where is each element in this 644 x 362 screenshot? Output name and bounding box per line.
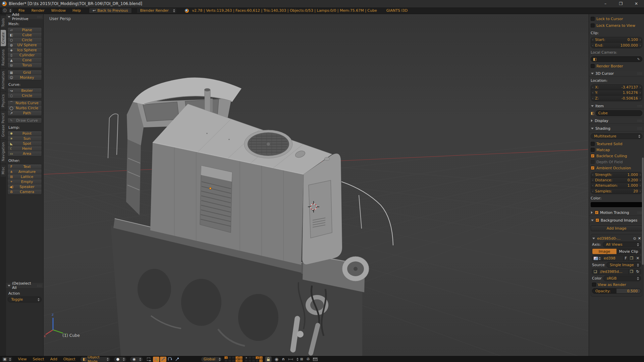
tool-button-cube[interactable]: ◧Cube xyxy=(8,33,42,38)
checkbox-icon[interactable] xyxy=(592,283,596,287)
tool-button-circle[interactable]: ◌Circle xyxy=(8,93,42,98)
motion-tracking-panel-header[interactable]: Motion Tracking xyxy=(589,210,644,216)
add-primitive-panel-header[interactable]: Add Primitive xyxy=(6,14,43,20)
layer-cell[interactable] xyxy=(239,359,243,362)
tool-button-torus[interactable]: ◎Torus xyxy=(8,63,42,68)
panel-drag-dots-icon[interactable] xyxy=(37,15,42,18)
number-field-end[interactable]: End:1000.000 xyxy=(591,43,642,48)
display-panel-header[interactable]: Display xyxy=(589,118,644,124)
snap-magnet-toggle[interactable]: ∩ xyxy=(282,357,285,361)
number-field-start[interactable]: Start:0.100 xyxy=(591,37,642,43)
local-camera-field[interactable]: ◧ ✎ xyxy=(591,56,642,62)
tool-button-path[interactable]: ↗Path xyxy=(8,111,42,116)
checkbox-icon[interactable] xyxy=(591,154,595,158)
editor-type-selector[interactable]: ⓘ xyxy=(2,8,12,13)
tool-button-sun[interactable]: ☀Sun xyxy=(8,136,42,141)
tool-button-cylinder[interactable]: ▯Cylinder xyxy=(8,53,42,58)
axis-select[interactable]: All Views xyxy=(603,242,641,247)
layer-cell[interactable] xyxy=(256,359,259,362)
tool-button-nurbs-circle[interactable]: ◯Nurbs Circle xyxy=(8,106,42,111)
layer-cell[interactable] xyxy=(224,356,228,359)
background-images-panel-header[interactable]: Background Images xyxy=(589,218,644,223)
checkbox-icon[interactable] xyxy=(591,166,595,170)
menu-add[interactable]: Add xyxy=(47,357,60,361)
tool-button-speaker[interactable]: ◀)Speaker xyxy=(8,184,42,189)
minimize-button[interactable]: – xyxy=(598,0,613,7)
tool-button-plane[interactable]: ▱Plane xyxy=(8,27,42,33)
image-browse-button[interactable] xyxy=(592,256,602,261)
layer-cell[interactable] xyxy=(232,356,235,359)
render-border-toggle[interactable]: Render Border xyxy=(591,63,642,69)
pack-image-icon[interactable]: ❏ xyxy=(592,269,599,274)
image-name-field[interactable]: ed398 xyxy=(602,256,624,261)
tool-button-point[interactable]: ✱Point xyxy=(8,131,42,136)
close-button[interactable]: ✕ xyxy=(629,0,644,7)
checkbox-icon[interactable] xyxy=(591,17,595,21)
lock-to-scene-button[interactable] xyxy=(265,356,272,362)
tool-button-nurbs-curve[interactable]: ⌒Nurbs Curve xyxy=(8,101,42,106)
number-field-strength[interactable]: Strength:1.000 xyxy=(591,172,642,178)
rotate-manipulator-button[interactable] xyxy=(167,357,173,362)
render-engine-select[interactable]: Blender Render xyxy=(137,8,177,13)
layer-cell[interactable] xyxy=(224,359,228,362)
view-as-render-toggle[interactable]: View as Render xyxy=(592,282,641,287)
toggle-depth-of-field[interactable]: Depth Of Field xyxy=(591,159,642,165)
tool-button-lattice[interactable]: ⊞Lattice xyxy=(8,174,42,179)
item-name-field[interactable]: Cube xyxy=(596,110,642,116)
layer-cell[interactable] xyxy=(235,359,239,362)
menu-select[interactable]: Select xyxy=(30,357,47,361)
open-file-icon[interactable]: ❒ xyxy=(629,256,635,261)
reload-icon[interactable]: ↻ xyxy=(635,269,641,274)
tool-button-bezier[interactable]: ↝Bezier xyxy=(8,88,42,93)
checkbox-icon[interactable] xyxy=(595,210,599,215)
layer-cell[interactable] xyxy=(252,359,255,362)
layer-cell[interactable] xyxy=(252,356,255,359)
tool-button-ico-sphere[interactable]: ◈Ico Sphere xyxy=(8,48,42,53)
panel-drag-dots-icon[interactable] xyxy=(637,105,642,108)
open-file-icon[interactable]: ❒ xyxy=(629,269,635,274)
action-select[interactable]: Toggle xyxy=(8,297,42,302)
tab-grease-pencil[interactable]: Grease Pencil xyxy=(1,111,6,139)
menu-object[interactable]: Object xyxy=(60,357,78,361)
number-field-samples[interactable]: Samples:20 xyxy=(591,188,642,194)
back-to-previous-button[interactable]: ↩ Back to Previous xyxy=(89,8,131,13)
tool-button-monkey[interactable]: ☺Monkey xyxy=(8,75,42,80)
opengl-render-animation-button[interactable] xyxy=(313,358,318,361)
lock-camera-toggle[interactable]: Lock Camera to View xyxy=(591,23,642,28)
number-field-attenuation[interactable]: Attenuation:1.000 xyxy=(591,183,642,188)
layer-cell[interactable] xyxy=(235,356,239,359)
eye-icon[interactable]: ⊙ xyxy=(633,236,636,241)
add-image-button[interactable]: Add Image xyxy=(591,225,642,231)
layer-cell[interactable] xyxy=(259,359,263,362)
layer-cell[interactable] xyxy=(228,356,231,359)
pivot-point-select[interactable]: ◉ xyxy=(130,357,143,362)
panel-drag-dots-icon[interactable] xyxy=(637,211,642,214)
menu-view[interactable]: View xyxy=(15,357,30,361)
tool-button-circle[interactable]: ○Circle xyxy=(8,38,42,43)
lock-to-cursor-toggle[interactable]: Lock to Cursor xyxy=(591,16,642,21)
deselect-all-panel-header[interactable]: (De)select All xyxy=(6,283,43,289)
tab-create[interactable]: Create xyxy=(1,30,6,46)
scale-manipulator-button[interactable] xyxy=(174,357,180,362)
checkbox-icon[interactable] xyxy=(591,148,595,152)
tool-button-armature[interactable]: ⋔Armature xyxy=(8,169,42,174)
layer-cell[interactable] xyxy=(256,356,259,359)
viewport-3d[interactable]: x y z User Persp (1) Cube xyxy=(44,14,589,356)
tool-button-draw-curve[interactable]: ✎Draw Curve xyxy=(8,118,42,123)
layer-cell[interactable] xyxy=(228,359,231,362)
tab-relations[interactable]: Relations xyxy=(1,47,6,68)
properties-scrollbar[interactable] xyxy=(642,158,644,265)
tool-button-empty[interactable]: ⌖Empty xyxy=(8,179,42,184)
item-panel-header[interactable]: Item xyxy=(589,103,644,109)
toggle-matcap[interactable]: Matcap xyxy=(591,147,642,153)
tool-button-camera[interactable]: ✇Camera xyxy=(8,189,42,194)
layer-cell[interactable] xyxy=(239,356,243,359)
manipulator-toggle-button[interactable] xyxy=(153,357,159,362)
maximize-button[interactable]: ❐ xyxy=(613,0,629,7)
chevron-updown-icon[interactable] xyxy=(294,358,299,361)
editor-type-selector[interactable]: ▣ xyxy=(2,357,12,361)
toggle-textured-solid[interactable]: Textured Solid xyxy=(591,141,642,146)
panel-drag-dots-icon[interactable] xyxy=(37,284,42,287)
image-path-field[interactable]: //ed3985d... xyxy=(599,269,629,274)
menu-help[interactable]: Help xyxy=(69,8,84,13)
